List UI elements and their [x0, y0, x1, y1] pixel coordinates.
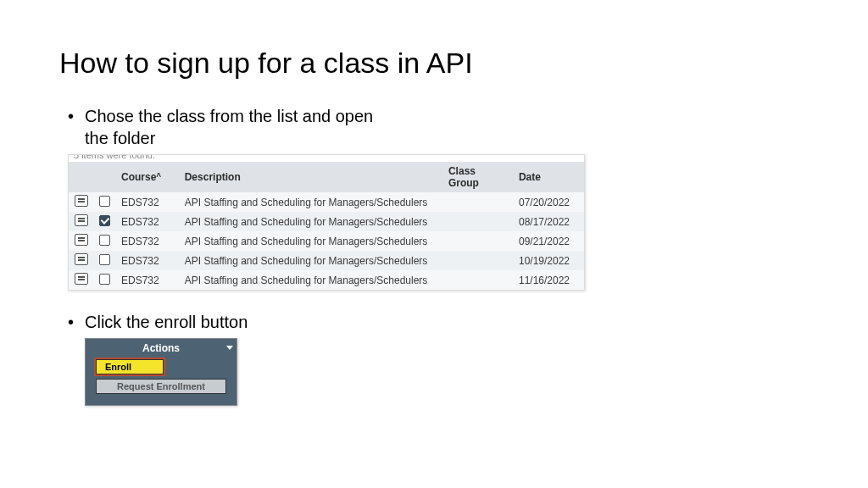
row-checkbox[interactable] — [99, 235, 110, 246]
header-course-label: Course — [121, 171, 156, 183]
table-row[interactable]: EDS732API Staffing and Scheduling for Ma… — [69, 251, 584, 270]
cell-date: 10/19/2022 — [514, 251, 584, 270]
enroll-button[interactable]: Enroll — [96, 359, 164, 374]
class-table: 5 items were found. Course^ Description … — [68, 154, 585, 291]
actions-header[interactable]: Actions — [86, 339, 236, 359]
items-found-label: 5 items were found. — [69, 155, 584, 162]
cell-class-group — [443, 231, 514, 251]
cell-description: API Staffing and Scheduling for Managers… — [180, 270, 443, 290]
cell-description: API Staffing and Scheduling for Managers… — [180, 251, 443, 270]
table-row[interactable]: EDS732API Staffing and Scheduling for Ma… — [69, 192, 584, 212]
cell-course: EDS732 — [116, 231, 180, 251]
cell-course: EDS732 — [116, 192, 180, 212]
cell-description: API Staffing and Scheduling for Managers… — [180, 192, 443, 212]
table-row[interactable]: EDS732API Staffing and Scheduling for Ma… — [69, 270, 584, 290]
request-enrollment-button[interactable]: Request Enrollment — [96, 379, 225, 394]
header-description[interactable]: Description — [180, 162, 443, 192]
table-header-row: Course^ Description Class Group Date — [69, 162, 584, 192]
header-course[interactable]: Course^ — [116, 162, 180, 192]
cell-course: EDS732 — [116, 270, 180, 290]
folder-icon[interactable] — [75, 214, 88, 226]
folder-icon[interactable] — [75, 234, 88, 246]
cell-class-group — [443, 192, 514, 212]
cell-description: API Staffing and Scheduling for Managers… — [180, 212, 443, 231]
cell-class-group — [443, 251, 514, 270]
table-row[interactable]: EDS732API Staffing and Scheduling for Ma… — [69, 212, 584, 231]
actions-panel: Actions Enroll Request Enrollment — [85, 338, 237, 406]
row-checkbox[interactable] — [99, 254, 110, 265]
row-checkbox[interactable] — [99, 274, 110, 285]
row-checkbox[interactable] — [99, 196, 110, 207]
cell-course: EDS732 — [116, 212, 180, 231]
cell-class-group — [443, 270, 514, 290]
cell-description: API Staffing and Scheduling for Managers… — [180, 231, 443, 251]
row-checkbox[interactable] — [99, 215, 110, 226]
cell-course: EDS732 — [116, 251, 180, 270]
cell-date: 09/21/2022 — [514, 231, 584, 251]
page-title: How to sign up for a class in API — [59, 47, 809, 80]
cell-class-group — [443, 212, 514, 231]
table-row[interactable]: EDS732API Staffing and Scheduling for Ma… — [69, 231, 584, 251]
folder-icon[interactable] — [75, 253, 88, 265]
header-date[interactable]: Date — [514, 162, 584, 192]
cell-date: 08/17/2022 — [514, 212, 584, 231]
header-class-group[interactable]: Class Group — [443, 162, 514, 192]
folder-icon[interactable] — [75, 195, 88, 207]
folder-icon[interactable] — [75, 273, 88, 285]
cell-date: 11/16/2022 — [514, 270, 584, 290]
cell-date: 07/20/2022 — [514, 192, 584, 212]
bullet-choose-class: Chose the class from the list and open t… — [68, 105, 390, 149]
bullet-click-enroll: Click the enroll button — [68, 311, 390, 333]
sort-ascending-icon: ^ — [156, 172, 161, 181]
